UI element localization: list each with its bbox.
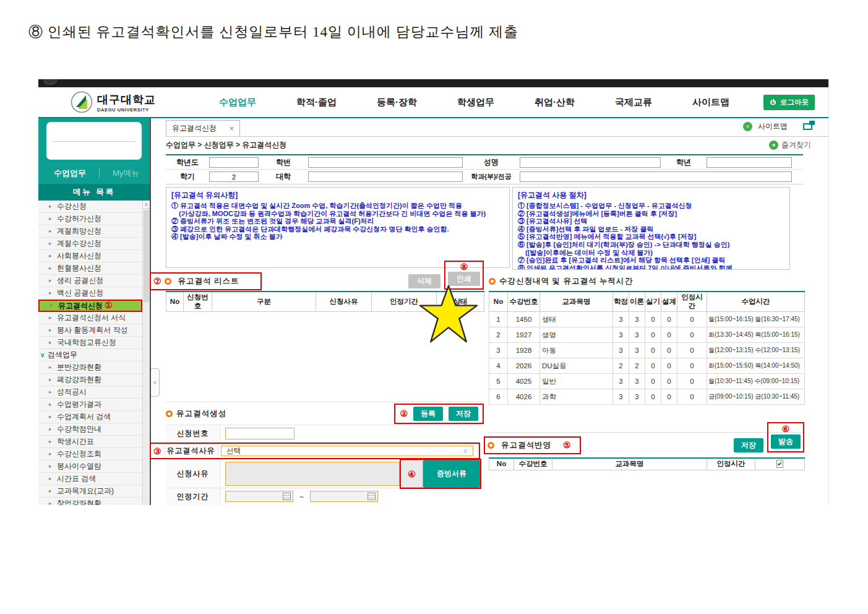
major-label: 학과(부)/전공 <box>463 172 520 181</box>
sidebar-item-absence-apply[interactable]: 유고결석신청 ① <box>38 300 142 312</box>
college-field[interactable] <box>308 171 463 182</box>
sidebar-section-search[interactable]: 검색업무 <box>38 349 142 361</box>
sidebar-item-closed-courses[interactable]: 폐강강좌현황 <box>38 374 142 386</box>
sidebar-item-seasonal-hope[interactable]: 계절희망신청 <box>38 225 142 238</box>
nav-item-career[interactable]: 취업·산학 <box>535 97 575 108</box>
enrollment-table: No 수강번호 교과목명 학점 이론 실기 설계 인정시간 수업시간 1 <box>489 291 805 405</box>
window-popup-icon[interactable] <box>803 123 812 130</box>
sidebar-item-blood-service[interactable]: 헌혈봉사신청 <box>38 262 142 275</box>
grade-field[interactable] <box>707 157 792 168</box>
sidebar-tab-classwork[interactable]: 수업업무 <box>54 168 86 179</box>
save-create-button[interactable]: 저장 <box>449 407 478 421</box>
favorite-label[interactable]: 즐겨찾기 <box>781 140 811 150</box>
semester-field[interactable] <box>209 171 259 182</box>
nav-item-sitemap[interactable]: 사이트맵 <box>692 97 729 108</box>
calendar-icon[interactable] <box>283 493 291 500</box>
annotation-6: ⑥ <box>782 425 790 433</box>
sidebar-scrollbar[interactable]: ∧ <box>142 201 150 505</box>
sidebar-item-timetable-search[interactable]: 시간표 검색 <box>38 473 142 485</box>
sidebar-tab-mymenu[interactable]: My메뉴 <box>113 168 139 179</box>
sidebar-item-course-outline[interactable]: 교과목개요(교과) <box>38 485 142 498</box>
annotation-box-4: ④ 증빙서류 <box>400 459 481 489</box>
table-row: 6 4026 과학 3 3 0 0 0 금(09:00~10:15) 금(10:… <box>489 389 805 405</box>
sidebar-item-seasonal-sugang[interactable]: 계절수강신청 <box>38 238 142 250</box>
annotation-box-7: ⑦ 유고결석 리스트 <box>150 272 262 290</box>
absence-list-column: ⑦ 유고결석 리스트 삭제 ⑧ 인쇄 <box>166 271 484 505</box>
cell-practice: 0 <box>645 327 661 343</box>
nav-item-registration[interactable]: 등록·장학 <box>377 97 417 108</box>
sidebar-collapse-button[interactable]: < <box>151 368 160 397</box>
cell-design: 0 <box>661 343 677 358</box>
scroll-up-icon[interactable]: ∧ <box>143 201 150 209</box>
studentno-field[interactable] <box>308 157 463 168</box>
app-window: 대구대학교 DAEGU UNIVERSITY 수업업무 학적·졸업 등록·장학 … <box>38 79 829 505</box>
university-logo: 대구대학교 DAEGU UNIVERSITY <box>71 91 185 113</box>
delete-button[interactable]: 삭제 <box>408 274 440 288</box>
select-all-checkbox[interactable]: ✔ <box>776 460 783 468</box>
column-header: 신청사유 <box>316 292 372 312</box>
absence-create-form: 신청번호 ③ 유고결석사유 선택 ∨ <box>166 425 480 505</box>
year-field[interactable] <box>209 157 259 168</box>
register-button[interactable]: 등록 <box>413 407 443 421</box>
cell-design: 0 <box>661 358 677 374</box>
cell-no: 4 <box>489 358 508 374</box>
sidebar-item-eval-result[interactable]: 수업평가결과 <box>38 399 142 411</box>
save-apply-button[interactable]: 저장 <box>734 438 763 452</box>
notice-precautions: [유고결석 유의사항] ① 유고결석 적용은 대면수업 및 실시간 Zoom 수… <box>166 187 510 268</box>
tab-bar-right: ≡ 사이트맵 <box>743 121 812 132</box>
sidebar-item-grade-post[interactable]: 성적공시 <box>38 386 142 399</box>
major-field[interactable] <box>520 171 792 182</box>
notice-procedure-title: [유고결석 사용 절차] <box>518 190 784 201</box>
favorite-area: ★ 즐겨찾기 <box>769 140 811 150</box>
sidebar-item-timetable[interactable]: 학생시간표 <box>38 436 142 448</box>
annotation-7: ⑦ <box>153 277 161 285</box>
cell-coursename: 아동 <box>540 343 613 358</box>
tab-absence-apply[interactable]: 유고결석신청 × <box>166 120 240 136</box>
sidebar-item-sugang-permit[interactable]: 수강허가신청 <box>38 213 142 225</box>
sidebar-item-credit-guide[interactable]: 수강학점안내 <box>38 423 142 436</box>
period-start-field[interactable] <box>225 491 293 502</box>
sidebar-item-class-split[interactable]: 분반강좌현황 <box>38 361 142 374</box>
absence-apply-header: 유고결석반영 ⑤ 저장 ⑥ 발송 <box>489 433 804 457</box>
sidebar-item-sugang[interactable]: 수강신청 <box>38 201 142 213</box>
scrollbar-thumb[interactable] <box>144 210 149 303</box>
sidebar-item-syllabus-search[interactable]: 수업계획서 검색 <box>38 411 142 423</box>
notice-line: ([발송]이후에는 데이터 수정 및 삭제 불가) <box>518 249 784 257</box>
nav-item-classwork[interactable]: 수업업무 <box>219 97 256 108</box>
cell-credit: 3 <box>613 374 629 389</box>
print-button[interactable]: 인쇄 <box>448 272 480 286</box>
name-field[interactable] <box>520 157 661 168</box>
sidebar-item-absence-form[interactable]: 유고결석신청서 서식 <box>38 312 142 324</box>
send-button[interactable]: 발송 <box>771 435 801 449</box>
logout-button[interactable]: 로그아웃 <box>763 95 815 110</box>
calendar-icon[interactable] <box>367 493 376 500</box>
sidebar-item-service-view[interactable]: 봉사이수열람 <box>38 460 142 473</box>
sidebar-item-vaccine-absence[interactable]: 백신 공결신청 <box>38 287 142 300</box>
sidebar-item-service-plan[interactable]: 봉사 활동계획서 작성 <box>38 324 142 337</box>
attachment-button[interactable]: 증빙서류 <box>423 460 480 488</box>
reason-type-select[interactable]: 선택 ∨ <box>221 446 473 456</box>
sidebar-item-menstrual-absence[interactable]: 생리 공결신청 <box>38 275 142 287</box>
sidebar-item-clipped[interactable]: 창업강좌현황 <box>38 498 142 505</box>
nav-item-student[interactable]: 학생업무 <box>457 97 494 108</box>
sidebar-item-social-service[interactable]: 사회봉사신청 <box>38 250 142 262</box>
column-header: 수강번호 <box>508 292 540 312</box>
notice-line: ③ 폐강으로 인한 유고결석은 단과대학행정실에서 폐강과목 수강신청자 명단 … <box>171 225 504 233</box>
page-instruction: ⑧ 인쇄된 유고결석확인서를 신청일로부터 14일 이내에 담당교수님께 제출 <box>28 22 518 41</box>
applyno-field[interactable] <box>225 428 294 439</box>
form-row-2: 학기 대학 학과(부)/전공 <box>166 170 803 184</box>
column-header: 인정시간 <box>677 292 707 312</box>
cell-theory: 3 <box>629 389 645 405</box>
sitemap-label[interactable]: 사이트맵 <box>758 121 788 132</box>
sidebar-item-sugang-lookup[interactable]: 수강신청조회 <box>38 448 142 460</box>
sidebar-item-credit-exchange[interactable]: 국내학점교류신청 <box>38 337 142 349</box>
tab-close-icon[interactable]: × <box>230 124 234 133</box>
cell-no: 1 <box>489 312 508 327</box>
cell-courseno: 4026 <box>508 389 540 405</box>
reason-textarea[interactable] <box>225 462 400 486</box>
period-end-field[interactable] <box>310 491 378 502</box>
nav-item-records[interactable]: 학적·졸업 <box>296 97 337 108</box>
reason-type-row: ③ 유고결석사유 선택 ∨ <box>166 443 480 460</box>
nav-item-international[interactable]: 국제교류 <box>615 97 652 108</box>
tab-bar: 유고결석신청 × ≡ 사이트맵 <box>166 118 828 137</box>
